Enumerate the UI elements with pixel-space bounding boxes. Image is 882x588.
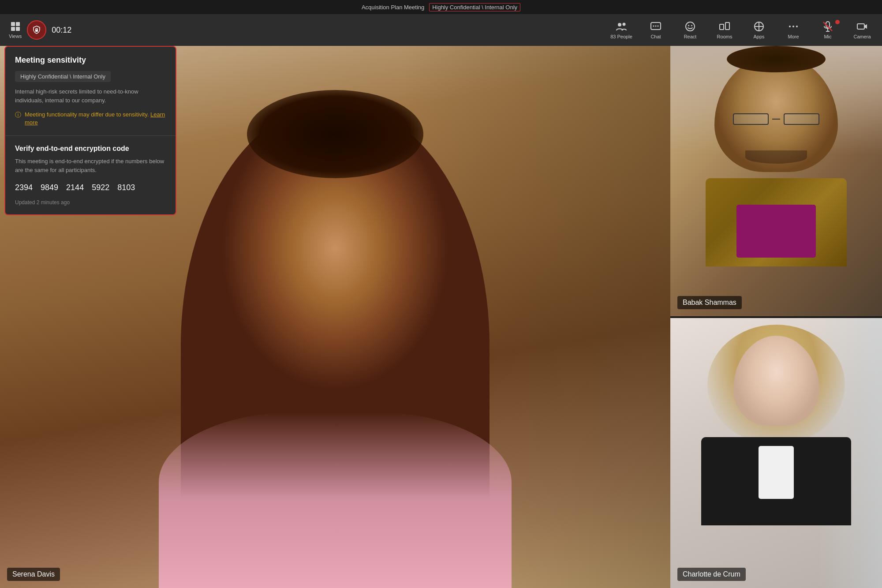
sensitivity-description: Internal high-risk secrets limited to ne… — [15, 87, 166, 105]
shield-lock-icon — [32, 25, 41, 35]
svg-point-9 — [655, 26, 657, 27]
babak-name-badge: Babak Shammas — [677, 296, 742, 309]
toolbar-left: Views 00:12 — [9, 20, 610, 40]
svg-rect-3 — [16, 27, 20, 31]
svg-point-20 — [792, 26, 794, 27]
apps-label: Apps — [753, 34, 764, 39]
encryption-section-title: Verify end-to-end encryption code — [15, 145, 166, 153]
more-icon — [788, 21, 799, 32]
encryption-section: Verify end-to-end encryption code This m… — [5, 136, 176, 214]
right-panel: Babak Shammas — [670, 46, 882, 588]
serena-name-badge: Serena Davis — [7, 568, 60, 581]
views-label: Views — [9, 34, 22, 39]
svg-point-10 — [658, 26, 659, 27]
sensitivity-popup: Meeting sensitivity Highly Confidential … — [4, 46, 176, 215]
svg-point-21 — [796, 26, 798, 27]
react-icon — [684, 21, 696, 32]
babak-video: Babak Shammas — [670, 46, 882, 316]
warning-icon: ⓘ — [15, 111, 21, 119]
svg-point-13 — [691, 25, 692, 26]
sensitivity-section: Meeting sensitivity Highly Confidential … — [5, 47, 176, 136]
enc-code-5: 8103 — [117, 183, 135, 192]
encryption-codes: 2394 9849 2144 5922 8103 — [15, 183, 166, 192]
updated-timestamp: Updated 2 minutes ago — [15, 199, 166, 206]
more-label: More — [788, 34, 799, 39]
enc-code-1: 2394 — [15, 183, 33, 192]
meeting-name-text: Acquisition Plan Meeting — [362, 4, 424, 11]
chat-button[interactable]: Chat — [645, 21, 667, 39]
svg-rect-26 — [857, 24, 864, 29]
charlotte-name-badge: Charlotte de Crum — [677, 568, 746, 581]
encryption-description: This meeting is end-to-end encrypted if … — [15, 157, 166, 174]
chat-icon — [650, 21, 662, 32]
svg-rect-4 — [35, 30, 38, 32]
views-button[interactable]: Views — [9, 21, 22, 39]
people-icon — [616, 21, 627, 32]
react-label: React — [684, 34, 697, 39]
svg-point-12 — [688, 25, 689, 26]
sensitivity-badge: Highly Confidential \ Internal Only — [15, 71, 111, 82]
more-button[interactable]: More — [782, 21, 804, 39]
svg-point-11 — [686, 22, 695, 31]
toolbar-right: 83 People Chat — [610, 21, 873, 39]
warning-text: Meeting functionality may differ due to … — [25, 111, 166, 127]
sensitivity-section-title: Meeting sensitivity — [15, 56, 166, 65]
lock-badge-button[interactable] — [27, 20, 46, 40]
call-timer: 00:12 — [52, 26, 71, 35]
people-count-label: 83 People — [610, 34, 632, 39]
people-button[interactable]: 83 People — [610, 21, 632, 39]
rooms-icon — [719, 21, 730, 32]
chat-label: Chat — [650, 34, 661, 39]
svg-rect-1 — [16, 22, 20, 26]
react-button[interactable]: React — [679, 21, 701, 39]
mic-button[interactable]: Mic — [817, 21, 839, 39]
camera-button[interactable]: Camera — [851, 21, 873, 39]
meeting-title: Acquisition Plan Meeting Highly Confiden… — [362, 4, 520, 11]
apps-button[interactable]: Apps — [748, 21, 770, 39]
camera-label: Camera — [853, 34, 871, 39]
apps-icon — [753, 21, 765, 32]
title-bar: Acquisition Plan Meeting Highly Confiden… — [0, 0, 882, 14]
rooms-button[interactable]: Rooms — [714, 21, 736, 39]
toolbar: Views 00:12 83 People — [0, 14, 882, 46]
enc-code-3: 2144 — [66, 183, 84, 192]
enc-code-4: 5922 — [92, 183, 109, 192]
svg-rect-14 — [720, 24, 724, 30]
sensitivity-title-badge: Highly Confidential \ Internal Only — [429, 3, 520, 11]
svg-point-8 — [653, 26, 654, 27]
svg-point-6 — [623, 23, 626, 26]
svg-point-5 — [618, 23, 621, 26]
mic-label: Mic — [824, 34, 831, 39]
svg-rect-2 — [11, 27, 15, 31]
warning-message: Meeting functionality may differ due to … — [25, 111, 149, 118]
charlotte-video: Charlotte de Crum — [670, 318, 882, 588]
views-icon — [10, 21, 21, 32]
enc-code-2: 9849 — [41, 183, 58, 192]
camera-icon — [856, 21, 868, 32]
svg-point-19 — [789, 26, 791, 27]
svg-rect-15 — [725, 22, 729, 30]
rooms-label: Rooms — [717, 34, 733, 39]
sensitivity-warning: ⓘ Meeting functionality may differ due t… — [15, 111, 166, 127]
svg-rect-0 — [11, 22, 15, 26]
mic-muted-icon — [822, 21, 833, 32]
